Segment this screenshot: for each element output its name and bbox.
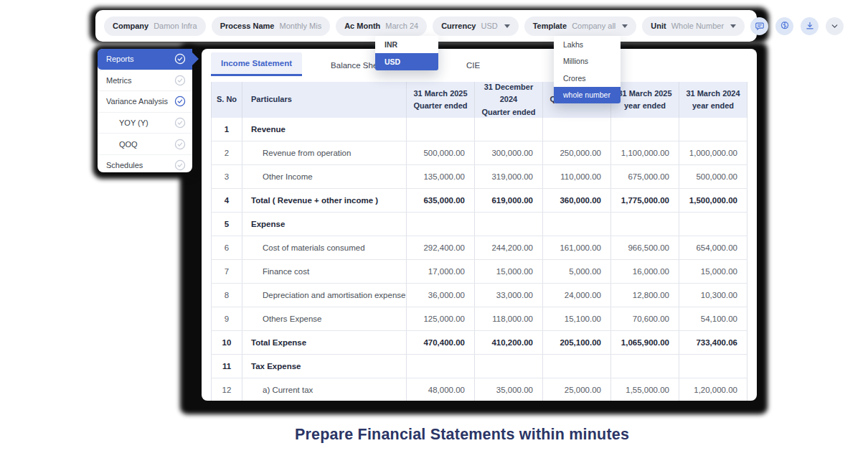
table-row: 7Finance cost17,000.0015,000.005,000.001…	[211, 260, 747, 284]
currency-dropdown-menu: INRUSD	[375, 36, 438, 70]
row-particulars: Finance cost	[242, 260, 407, 283]
row-value: 1,20,000.00	[679, 378, 747, 401]
row-value	[611, 118, 679, 141]
marketing-caption: Prepare Financial Statements within minu…	[295, 426, 629, 444]
unit-option-crores[interactable]: Crores	[554, 70, 621, 87]
row-particulars: Other Income	[242, 165, 407, 188]
row-particulars: Cost of materials consumed	[242, 236, 407, 259]
row-number: 2	[211, 141, 242, 164]
row-value: 1,55,000.00	[611, 378, 679, 401]
header-line2: year ended	[692, 100, 734, 112]
table-row: 12a) Current tax48,000.0035,000.0025,000…	[211, 378, 747, 401]
row-value: 250,000.00	[543, 141, 611, 164]
check-circle-icon	[174, 159, 186, 171]
sidebar-item-yoy-y-[interactable]: YOY (Y)	[98, 113, 192, 134]
tab-socie[interactable]: CIE	[456, 55, 490, 76]
row-value: 966,500.00	[611, 236, 679, 259]
sidebar-item-reports[interactable]: Reports	[98, 49, 192, 70]
chevron-down-icon[interactable]	[826, 17, 844, 35]
currency-option-inr[interactable]: INR	[375, 36, 438, 53]
row-value: 1,065,900.00	[611, 331, 679, 354]
table-row: 1Revenue	[211, 118, 747, 141]
check-circle-icon	[174, 96, 186, 107]
row-value: 292,400.00	[407, 236, 475, 259]
download-icon[interactable]	[801, 17, 819, 35]
row-value	[475, 118, 543, 141]
sidebar: ReportsMetricsVariance AnalysisYOY (Y)QO…	[98, 49, 192, 172]
row-particulars: a) Current tax	[242, 378, 407, 401]
row-value: 15,100.00	[543, 307, 611, 330]
sidebar-item-label: YOY (Y)	[119, 118, 174, 127]
row-value: 17,000.00	[407, 260, 475, 283]
row-value: 118,000.00	[475, 307, 543, 330]
table-row: 10Total Expense470,400.00410,200.00205,1…	[211, 331, 747, 355]
row-value	[475, 213, 543, 236]
currency-option-usd[interactable]: USD	[375, 53, 438, 70]
toolbar-field-unit[interactable]: UnitWhole Number	[642, 17, 745, 36]
sidebar-item-schedules[interactable]: Schedules	[98, 155, 192, 176]
row-value: 36,000.00	[407, 284, 475, 307]
caret-down-icon	[504, 24, 510, 28]
row-value: 48,000.00	[407, 378, 475, 401]
unit-option-whole-number[interactable]: whole number	[554, 87, 621, 104]
row-value: 16,000.00	[611, 260, 679, 283]
field-label: Template	[533, 22, 567, 30]
row-value: 635,000.00	[407, 189, 475, 212]
row-particulars: Total ( Revenue + other income )	[242, 189, 407, 212]
check-circle-icon	[174, 139, 186, 150]
sidebar-item-metrics[interactable]: Metrics	[98, 70, 192, 92]
row-value: 110,000.00	[543, 165, 611, 188]
caret-down-icon	[622, 24, 628, 28]
chat-icon[interactable]	[750, 17, 768, 35]
row-number: 9	[211, 307, 242, 330]
row-value	[543, 118, 611, 141]
header-sno: S. No	[211, 82, 242, 118]
row-number: 3	[211, 165, 242, 188]
row-value	[407, 118, 475, 141]
table-row: 9Others Expense125,000.00118,000.0015,10…	[211, 307, 747, 331]
table-row: 3Other Income135,000.00319,000.00110,000…	[211, 165, 747, 189]
row-value: 161,000.00	[543, 236, 611, 259]
row-value	[543, 355, 611, 378]
header-column-5: 31 March 2024year ended	[679, 82, 747, 118]
row-value: 35,000.00	[475, 378, 543, 401]
row-value: 500,000.00	[407, 141, 475, 164]
row-value	[611, 213, 679, 236]
row-number: 4	[211, 189, 242, 212]
toolbar-field-ac-month[interactable]: Ac MonthMarch 24	[336, 17, 427, 36]
row-particulars: Expense	[242, 213, 407, 236]
toolbar-field-currency[interactable]: CurrencyUSD	[433, 17, 519, 36]
check-circle-icon	[174, 53, 186, 65]
sidebar-item-variance-analysis[interactable]: Variance Analysis	[98, 91, 192, 113]
row-value: 1,000,000.00	[679, 141, 747, 164]
row-particulars: Total Expense	[242, 331, 407, 354]
row-value: 33,000.00	[475, 284, 543, 307]
row-value: 5,000.00	[543, 260, 611, 283]
header-line1: 31 March 2025	[413, 88, 467, 100]
row-number: 6	[211, 236, 242, 259]
field-label: Unit	[651, 22, 666, 30]
field-value: Damon Infra	[154, 22, 197, 30]
income-statement-table: S. No Particulars 31 March 2025Quarter e…	[211, 82, 747, 401]
brain-icon[interactable]	[775, 17, 793, 35]
toolbar-field-template[interactable]: TemplateCompany all	[524, 17, 637, 36]
field-value: Monthly Mis	[279, 22, 321, 30]
unit-option-lakhs[interactable]: Lakhs	[554, 36, 621, 53]
header-column-2: 31 December 2024Quarter ended	[475, 82, 543, 118]
sidebar-item-qoq[interactable]: QOQ	[98, 134, 192, 155]
row-value: 125,000.00	[407, 307, 475, 330]
row-value: 654,000.00	[679, 236, 747, 259]
tab-income-statement[interactable]: Income Statement	[211, 52, 302, 76]
unit-dropdown-menu: LakhsMillionsCroreswhole number	[554, 36, 621, 103]
sidebar-item-label: QOQ	[119, 140, 174, 149]
unit-option-millions[interactable]: Millions	[554, 53, 621, 70]
toolbar-field-company[interactable]: CompanyDamon Infra	[104, 17, 206, 36]
report-card: Income Statement Balance Sheet CIE S. No…	[202, 49, 757, 401]
toolbar-field-process-name[interactable]: Process NameMonthly Mis	[212, 17, 331, 36]
row-value: 1,100,000.00	[611, 141, 679, 164]
header-line2: Quarter ended	[413, 100, 467, 112]
row-value: 410,200.00	[475, 331, 543, 354]
row-value: 733,400.06	[679, 331, 747, 354]
field-value: USD	[481, 22, 497, 30]
row-particulars: Revenue	[242, 118, 407, 141]
